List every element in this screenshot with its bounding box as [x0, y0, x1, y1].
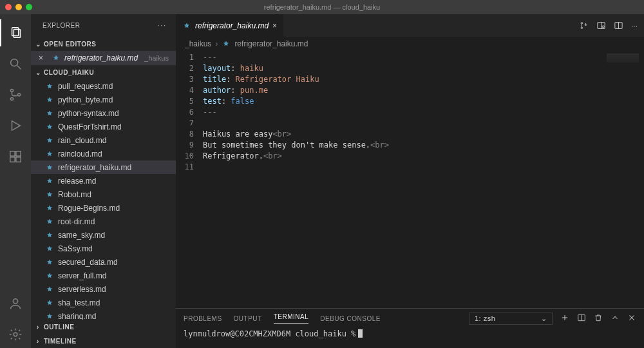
markdown-file-icon [45, 96, 54, 104]
chevron-down-icon: ⌄ [33, 69, 43, 76]
explorer-sidebar: EXPLORER ··· ⌄ OPEN EDITORS × refrigerat… [31, 14, 176, 348]
close-panel-icon[interactable] [627, 313, 636, 324]
file-name: sharing.md [58, 312, 96, 320]
explorer-icon[interactable] [0, 19, 31, 46]
more-actions-icon[interactable]: ··· [631, 21, 638, 30]
file-tree-item[interactable]: root-dir.md [31, 215, 176, 228]
editor-tab[interactable]: refrigerator_haiku.md × [176, 14, 284, 37]
new-terminal-icon[interactable] [560, 313, 569, 324]
source-control-icon[interactable] [0, 81, 31, 108]
file-tree-item[interactable]: release.md [31, 174, 176, 188]
open-editor-filename: refrigerator_haiku.md [64, 53, 138, 63]
svg-rect-8 [10, 151, 15, 156]
file-name: refrigerator_haiku.md [58, 163, 131, 172]
close-icon[interactable]: × [272, 21, 277, 30]
code-lines[interactable]: --- layout: haiku title: Refrigerator Ha… [203, 51, 389, 308]
file-name: server_full.md [58, 271, 106, 280]
panel-tab-debug-console[interactable]: DEBUG CONSOLE [320, 315, 381, 322]
run-debug-icon[interactable] [0, 112, 31, 139]
chevron-down-icon: ⌄ [33, 41, 43, 48]
breadcrumb-file[interactable]: refrigerator_haiku.md [234, 39, 308, 48]
search-icon[interactable] [0, 50, 31, 77]
timeline-section[interactable]: › TIMELINE [31, 334, 176, 348]
file-tree-item[interactable]: QuestForTshirt.md [31, 120, 176, 133]
svg-marker-7 [12, 121, 21, 131]
breadcrumbs[interactable]: _haikus › refrigerator_haiku.md [176, 37, 644, 51]
panel-tab-output[interactable]: OUTPUT [234, 315, 262, 322]
svg-point-12 [13, 299, 17, 304]
terminal-selector-label: 1: zsh [475, 314, 495, 322]
open-editor-item[interactable]: × refrigerator_haiku.md _haikus [31, 51, 176, 65]
outline-section[interactable]: › OUTLINE [31, 320, 176, 334]
file-tree-item[interactable]: Robot.md [31, 188, 176, 201]
window-title: refrigerator_haiku.md — cloud_haiku [0, 3, 644, 11]
file-name: pull_request.md [58, 82, 113, 91]
titlebar: refrigerator_haiku.md — cloud_haiku [0, 0, 644, 14]
settings-gear-icon[interactable] [0, 321, 31, 348]
svg-rect-0 [12, 28, 19, 36]
file-tree-item[interactable]: sharing.md [31, 309, 176, 320]
terminal-prompt: lynmuldrow@C02CMHZXMD6M cloud_haiku % [184, 329, 355, 338]
file-name: Rogue-Begins.md [58, 204, 120, 213]
open-preview-icon[interactable] [596, 21, 606, 30]
file-tree-item[interactable]: refrigerator_haiku.md [31, 160, 176, 174]
markdown-file-icon [45, 285, 54, 293]
svg-point-4 [10, 90, 13, 92]
open-editors-label: OPEN EDITORS [44, 41, 96, 48]
file-tree-item[interactable]: python-syntax.md [31, 106, 176, 120]
file-name: Robot.md [58, 190, 91, 199]
markdown-file-icon [45, 245, 54, 253]
extensions-icon[interactable] [0, 143, 31, 170]
file-name: raincloud.md [58, 150, 102, 159]
file-tree-item[interactable]: sha_test.md [31, 296, 176, 309]
markdown-file-icon [45, 191, 54, 198]
file-tree-item[interactable]: python_byte.md [31, 93, 176, 106]
compare-changes-icon[interactable] [579, 21, 589, 30]
file-tree-item[interactable]: server_full.md [31, 269, 176, 282]
panel-tab-terminal[interactable]: TERMINAL [274, 313, 309, 324]
split-editor-icon[interactable] [614, 21, 623, 30]
markdown-file-icon [45, 150, 54, 158]
kill-terminal-icon[interactable] [594, 313, 603, 324]
maximize-panel-icon[interactable] [611, 313, 620, 324]
file-name: python-syntax.md [58, 109, 119, 118]
markdown-file-icon [45, 137, 54, 144]
chevron-right-icon: › [33, 338, 43, 345]
close-icon[interactable]: × [39, 53, 48, 63]
file-tree-item[interactable]: pull_request.md [31, 79, 176, 93]
svg-rect-9 [16, 151, 21, 156]
line-number-gutter: 1234567891011 [176, 51, 203, 308]
file-tree-item[interactable]: SaSsy.md [31, 242, 176, 255]
explorer-actions-icon[interactable]: ··· [158, 22, 167, 29]
file-name: release.md [58, 177, 96, 186]
markdown-file-icon [45, 164, 54, 171]
terminal-selector-dropdown[interactable]: 1: zsh ⌄ [469, 313, 553, 325]
file-name: python_byte.md [58, 95, 113, 104]
file-tree-item[interactable]: raincloud.md [31, 147, 176, 160]
breadcrumb-folder[interactable]: _haikus [185, 39, 211, 48]
project-folder-section[interactable]: ⌄ CLOUD_HAIKU [31, 65, 176, 79]
minimize-window-button[interactable] [15, 4, 22, 10]
panel-tab-problems[interactable]: PROBLEMS [184, 315, 222, 322]
file-tree-item[interactable]: serverless.md [31, 282, 176, 296]
chevron-right-icon: › [215, 39, 218, 48]
file-tree-item[interactable]: Rogue-Begins.md [31, 201, 176, 215]
close-window-button[interactable] [5, 4, 12, 10]
markdown-file-icon [45, 218, 54, 226]
markdown-file-icon [45, 231, 54, 239]
file-name: secured_data.md [58, 258, 118, 267]
file-tree: pull_request.mdpython_byte.mdpython-synt… [31, 79, 176, 320]
svg-point-18 [602, 26, 604, 28]
maximize-window-button[interactable] [26, 4, 32, 10]
open-editors-section[interactable]: ⌄ OPEN EDITORS [31, 37, 176, 51]
tab-filename: refrigerator_haiku.md [195, 21, 269, 30]
file-tree-item[interactable]: same_sky.md [31, 228, 176, 242]
editor-area: refrigerator_haiku.md × ··· _haikus › re… [176, 14, 644, 348]
code-editor[interactable]: 1234567891011 --- layout: haiku title: R… [176, 51, 644, 308]
file-tree-item[interactable]: rain_cloud.md [31, 133, 176, 147]
file-tree-item[interactable]: secured_data.md [31, 255, 176, 269]
accounts-icon[interactable] [0, 290, 31, 317]
terminal-body[interactable]: lynmuldrow@C02CMHZXMD6M cloud_haiku % [176, 328, 644, 348]
split-terminal-icon[interactable] [577, 313, 586, 324]
minimap[interactable] [607, 53, 639, 63]
